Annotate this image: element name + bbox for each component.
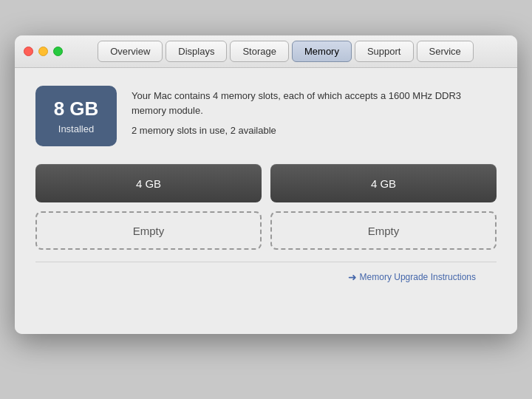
close-button[interactable] (24, 47, 33, 56)
tab-bar: Overview Displays Storage Memory Support… (63, 41, 508, 62)
tab-memory[interactable]: Memory (292, 41, 352, 62)
tab-displays[interactable]: Displays (166, 41, 227, 62)
upgrade-link-label: Memory Upgrade Instructions (360, 272, 476, 282)
tab-support[interactable]: Support (355, 41, 414, 62)
slots-info: 2 memory slots in use, 2 available (132, 125, 497, 136)
memory-slot-4: Empty (270, 211, 497, 250)
main-window: Overview Displays Storage Memory Support… (15, 35, 517, 334)
installed-label: Installed (50, 123, 102, 134)
slot-3-label: Empty (133, 225, 165, 237)
content-area: 8 GB Installed Your Mac contains 4 memor… (15, 68, 517, 334)
slot-2-label: 4 GB (371, 177, 396, 190)
title-bar: Overview Displays Storage Memory Support… (15, 35, 517, 68)
installed-size: 8 GB (50, 98, 102, 120)
memory-info: Your Mac contains 4 memory slots, each o… (132, 86, 497, 136)
tab-overview[interactable]: Overview (98, 41, 163, 62)
slot-1-label: 4 GB (136, 177, 161, 190)
traffic-lights (24, 47, 63, 56)
slots-grid: 4 GB 4 GB Empty Empty (35, 164, 497, 250)
memory-description: Your Mac contains 4 memory slots, each o… (132, 89, 497, 117)
arrow-icon: ➜ (348, 271, 357, 283)
footer: ➜ Memory Upgrade Instructions (35, 262, 497, 295)
memory-layout: 8 GB Installed Your Mac contains 4 memor… (35, 86, 497, 146)
memory-slot-2: 4 GB (270, 164, 497, 202)
maximize-button[interactable] (53, 47, 63, 56)
installed-badge: 8 GB Installed (35, 86, 117, 146)
upgrade-link[interactable]: ➜ Memory Upgrade Instructions (348, 271, 476, 283)
minimize-button[interactable] (38, 47, 48, 56)
memory-slot-3: Empty (35, 211, 262, 250)
tab-service[interactable]: Service (417, 41, 474, 62)
tab-storage[interactable]: Storage (230, 41, 289, 62)
slot-4-label: Empty (368, 225, 400, 237)
memory-slot-1: 4 GB (35, 164, 262, 202)
